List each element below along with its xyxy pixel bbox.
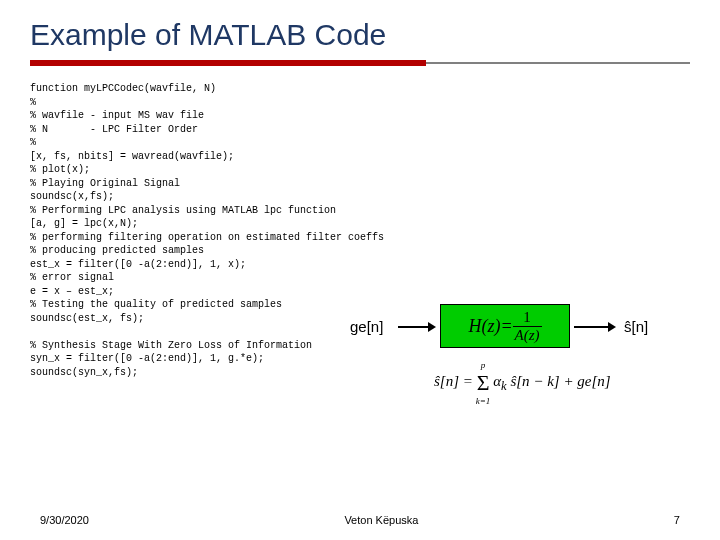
footer-author: Veton Këpuska xyxy=(344,514,418,526)
eq-alpha: α xyxy=(493,373,501,389)
box-lhs: H(z)= xyxy=(468,316,512,337)
transfer-box: H(z)= 1 A(z) xyxy=(440,304,570,348)
slide-title: Example of MATLAB Code xyxy=(0,0,720,60)
frac-num: 1 xyxy=(521,310,533,326)
sigma: p Σ k=1 xyxy=(477,370,490,396)
footer-page: 7 xyxy=(674,514,680,526)
input-label: ge[n] xyxy=(350,318,383,335)
frac-den: A(z) xyxy=(513,326,542,343)
eq-lhs: ŝ[n] = xyxy=(434,373,477,389)
arrow-in xyxy=(398,326,434,328)
eq-rest: ŝ[n − k] + ge[n] xyxy=(507,373,611,389)
slide-content: function myLPCCodec(wavfile, N) % % wavf… xyxy=(0,76,720,379)
footer: 9/30/2020 Veton Këpuska 7 xyxy=(0,514,720,526)
arrow-out xyxy=(574,326,614,328)
sigma-bottom: k=1 xyxy=(476,396,491,406)
footer-date: 9/30/2020 xyxy=(40,514,89,526)
output-label: ŝ[n] xyxy=(624,318,648,335)
equation: ŝ[n] = p Σ k=1 αk ŝ[n − k] + ge[n] xyxy=(434,370,611,396)
box-fraction: 1 A(z) xyxy=(513,310,542,343)
title-rule xyxy=(30,60,690,66)
sigma-top: p xyxy=(481,360,486,370)
block-diagram: ge[n] H(z)= 1 A(z) ŝ[n] ŝ[n] = p Σ k=1 α… xyxy=(350,304,710,424)
